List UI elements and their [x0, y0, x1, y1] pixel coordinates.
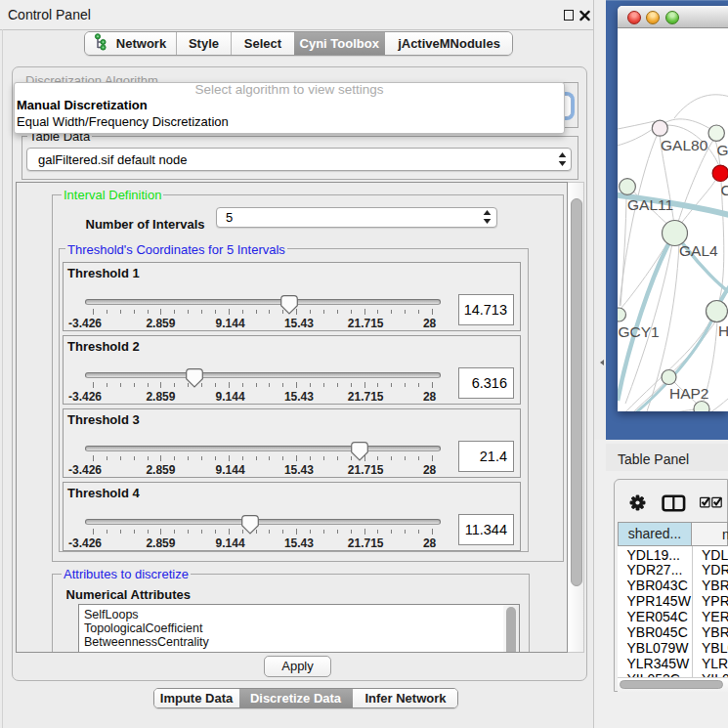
svg-text:GCY1: GCY1 — [619, 323, 660, 340]
svg-text:GAL11: GAL11 — [627, 196, 673, 213]
svg-text:GAL4: GAL4 — [679, 242, 718, 259]
svg-text:HAP2: HAP2 — [669, 385, 709, 402]
svg-text:CR: CR — [721, 182, 728, 198]
svg-text:G.: G. — [717, 142, 728, 158]
svg-text:GAL80: GAL80 — [661, 137, 708, 153]
svg-text:H: H — [718, 322, 728, 339]
